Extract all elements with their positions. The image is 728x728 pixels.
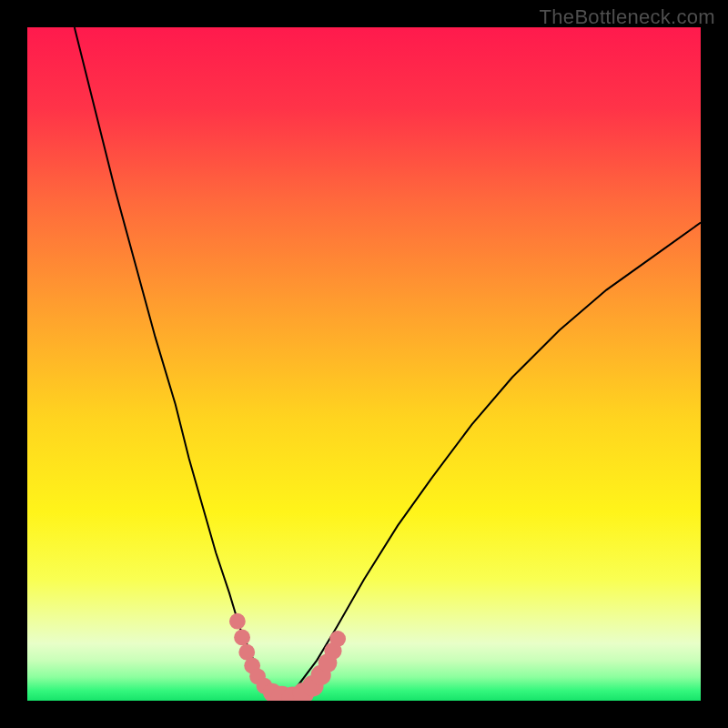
marker-group — [229, 613, 346, 701]
left-curve — [75, 27, 283, 700]
right-curve — [283, 223, 701, 700]
data-marker — [229, 613, 246, 630]
data-marker — [234, 630, 250, 646]
plot-area — [27, 27, 701, 701]
curve-layer — [27, 27, 701, 701]
data-marker — [329, 631, 346, 647]
chart-frame: TheBottleneck.com — [0, 0, 728, 728]
watermark-text: TheBottleneck.com — [540, 5, 715, 29]
